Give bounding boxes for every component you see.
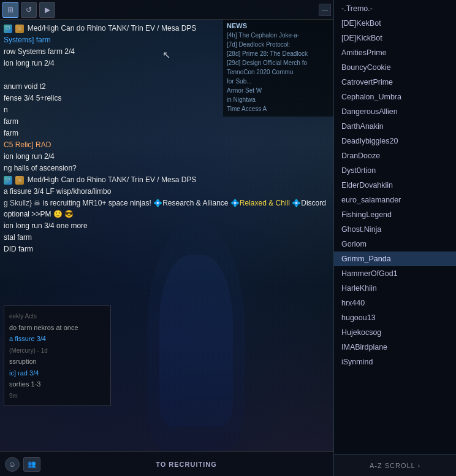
chat-text: stal farm (4, 233, 32, 242)
chat-line: 🛡 ⚔ Med/High Can do Rhino TANK/ Trin EV … (4, 174, 330, 185)
popup-line: (Mercury) - 1d (9, 345, 105, 356)
chat-text: DID farm (4, 245, 33, 253)
toolbar-btn-3[interactable]: ▶ (39, 2, 55, 18)
player-item[interactable]: DarthAnakin (334, 119, 456, 134)
popup-text: sorties 1-3 (9, 380, 40, 388)
relaxed-chill: Relaxed & Chill (240, 199, 290, 207)
popup-line: sorties 1-3 (9, 379, 105, 390)
player-item[interactable]: DangerousAllien (334, 104, 456, 119)
scroll-label: A-Z SCROLL › (370, 462, 420, 469)
chat-line: ion long run 3/4 one more (4, 220, 330, 231)
news-item-7: Armor Set W (227, 86, 330, 94)
bottom-bar: ☺ 👥 TO RECRUITING (0, 451, 333, 476)
emoji-button[interactable]: ☺ (5, 457, 20, 472)
news-item-8: in Nightwa (227, 96, 330, 104)
chat-line: ng halls of ascension? (4, 163, 330, 174)
chat-line: a fissure 3/4 LF wisp/khora/limbo (4, 186, 330, 197)
popup-box: eekly Acts do farm nekros at once a fiss… (4, 305, 111, 406)
player-list[interactable]: -.Tremo.-[DE]KekBot[DE]KickBotAmitiesPri… (334, 0, 456, 454)
news-item-5: TennoCon 2020 Commu (227, 68, 330, 76)
chat-text: ion long run 2/4 (4, 59, 55, 67)
news-item-9: Time Access A (227, 105, 330, 113)
player-list-panel: -.Tremo.-[DE]KekBot[DE]KickBotAmitiesPri… (333, 0, 456, 476)
chat-text: farm (4, 117, 18, 126)
chat-text: anum void t2 (4, 82, 46, 91)
chat-line: C5 Relic] RAD (4, 139, 330, 150)
chat-text: n (4, 106, 8, 114)
player-item[interactable]: FishingLegend (334, 207, 456, 222)
player-item[interactable]: euro_salamander (334, 193, 456, 207)
player-item[interactable]: Gorlom (334, 237, 456, 251)
toolbar-btn-1[interactable]: ⊞ (2, 2, 18, 18)
player-item[interactable]: iSynmind (334, 355, 456, 369)
news-item-6: for Sub... (227, 77, 330, 85)
popup-text: (Mercury) - 1d (9, 347, 48, 354)
player-item[interactable]: Hujekocsog (334, 325, 456, 340)
chat-text: fense 3/4 5+relics (4, 94, 61, 102)
player-item[interactable]: Cephalon_Umbra (334, 90, 456, 104)
player-item[interactable]: [DE]KekBot (334, 16, 456, 31)
player-item[interactable]: -.Tremo.- (334, 1, 456, 16)
player-item[interactable]: [DE]KickBot (334, 31, 456, 45)
player-icon: 🛡 (4, 25, 12, 33)
player-item[interactable]: HammerOfGod1 (334, 266, 456, 281)
chat-text: farm (4, 129, 18, 137)
popup-text: ic] rad 3/4 (9, 369, 39, 377)
chat-text: ☠ is recruiting MR10+ space ninjas! 💠Res… (34, 199, 239, 207)
news-item-1: [4h] The Cephalon Joke-a- (227, 31, 330, 39)
chat-line: DID farm (4, 244, 330, 255)
chat-text: Med/High Can do Rhino TANK/ Trin EV / Me… (28, 24, 197, 33)
chat-text: ion long run 3/4 one more (4, 221, 88, 230)
popup-line: eekly Acts (9, 311, 105, 321)
channel-label: TO RECRUITING (44, 461, 329, 468)
popup-text: ssruption (9, 358, 37, 365)
minimize-button[interactable]: — (319, 4, 331, 16)
chat-text: ion long run 2/4 (4, 152, 55, 161)
player-icon: 🛡 (4, 176, 12, 185)
popup-text: 9m (9, 393, 18, 399)
player-item[interactable]: Deadlybiggles20 (334, 134, 456, 148)
popup-line: ic] rad 3/4 (9, 368, 105, 378)
player-item[interactable]: hrx440 (334, 296, 456, 310)
chat-text: C5 Relic] RAD (4, 140, 51, 149)
chat-text: Systems] farm (4, 36, 51, 44)
player-item[interactable]: Grimm_Panda (334, 251, 456, 266)
player-item[interactable]: DranDooze (334, 148, 456, 163)
clan-name: g Skullz} (4, 199, 32, 207)
chat-text: ng halls of ascension? (4, 164, 77, 172)
player-item[interactable]: HarleKhiin (334, 281, 456, 296)
toolbar-btn-2[interactable]: ↺ (21, 2, 37, 18)
news-item-4: [29d] Design Official Merch fo (227, 59, 330, 67)
top-toolbar: ⊞ ↺ ▶ — (0, 0, 333, 20)
chat-line: ion long run 2/4 (4, 151, 330, 162)
popup-line: ssruption (9, 356, 105, 367)
chat-line: farm (4, 116, 330, 127)
chat-text: row Systems farm 2/4 (4, 47, 75, 56)
chat-text: Med/High Can do Rhino TANK/ Trin EV / Me… (28, 175, 197, 184)
popup-text: do farm nekros at once (9, 324, 78, 331)
news-item-2: [7d] Deadlock Protocol: (227, 40, 330, 48)
player-item[interactable]: Ghost.Ninja (334, 222, 456, 237)
player-item[interactable]: CatrovertPrime (334, 75, 456, 90)
player-item[interactable]: ElderDovahkiin (334, 178, 456, 193)
player-item[interactable]: AmitiesPrime (334, 45, 456, 60)
popup-text: a fissure 3/4 (9, 335, 46, 342)
player-item[interactable]: BouncyCookie (334, 60, 456, 75)
chat-line: farm (4, 128, 330, 139)
player-icon2: ⚔ (15, 176, 24, 185)
group-button[interactable]: 👥 (23, 457, 40, 472)
player-item[interactable]: IMABirdplane (334, 340, 456, 355)
popup-line: do farm nekros at once (9, 323, 105, 333)
recruiting-line: g Skullz} ☠ is recruiting MR10+ space ni… (4, 198, 330, 220)
news-item-3: [28d] Prime 28: The Deadlock (227, 50, 330, 58)
player-item[interactable]: hugoou13 (334, 310, 456, 325)
popup-line: 9m (9, 391, 105, 401)
player-item[interactable]: Dyst0rtion (334, 163, 456, 178)
news-ticker: NEWS [4h] The Cephalon Joke-a- [7d] Dead… (223, 20, 333, 117)
popup-text: eekly Acts (9, 313, 37, 320)
chat-text: a fissure 3/4 LF wisp/khora/limbo (4, 187, 111, 196)
news-header: NEWS (227, 22, 330, 29)
player-icon2: ⚔ (15, 25, 24, 33)
game-area: ⊞ ↺ ▶ — NEWS [4h] The Cephalon Joke-a- [… (0, 0, 333, 476)
player-list-footer[interactable]: A-Z SCROLL › (334, 454, 456, 476)
